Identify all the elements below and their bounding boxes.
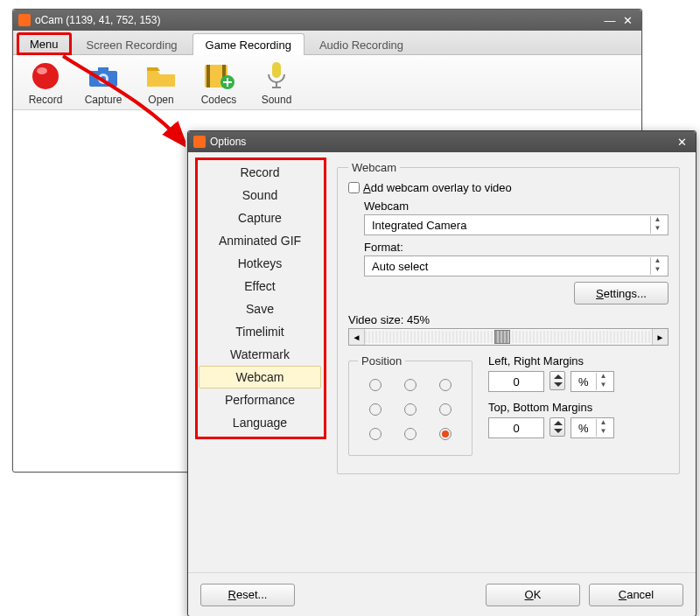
tab-game-recording[interactable]: Game Recording (192, 33, 304, 55)
cancel-button[interactable]: Cancel (589, 584, 683, 606)
reset-button[interactable]: Reset... (200, 584, 295, 606)
dialog-close-icon[interactable]: ✕ (673, 136, 690, 149)
slider-thumb[interactable] (494, 330, 510, 344)
top-bottom-stepper[interactable] (550, 417, 565, 437)
left-right-unit: % (578, 375, 589, 388)
position-radio-tc[interactable] (404, 379, 416, 391)
format-select-label: Format: (364, 241, 668, 254)
add-overlay-label: dd webcam overlay to video (371, 181, 512, 194)
position-group: Position (348, 354, 472, 456)
left-right-value: 0 (489, 375, 543, 388)
ok-button[interactable]: OK (486, 584, 580, 606)
position-radio-tr[interactable] (439, 379, 452, 391)
spinner-icon[interactable]: ▲▼ (596, 373, 610, 390)
tool-codecs-label: Codecs (193, 94, 244, 106)
spinner-icon[interactable]: ▲▼ (650, 216, 664, 234)
top-bottom-label: Top, Bottom Margins (488, 401, 668, 414)
sidebar-item-anminated-gif[interactable]: Anminated GIF (199, 229, 321, 252)
tool-sound[interactable]: Sound (251, 60, 302, 106)
codecs-icon (200, 60, 238, 92)
sidebar-item-webcam[interactable]: Webcam (199, 366, 321, 388)
svg-point-5 (101, 76, 106, 81)
dialog-footer: Reset... OK Cancel (188, 572, 696, 616)
webcam-select[interactable]: Integrated Camera ▲▼ (364, 214, 668, 235)
tool-record-label: Record (20, 94, 71, 106)
sidebar-item-record[interactable]: Record (199, 161, 321, 184)
webcam-legend: Webcam (348, 161, 400, 174)
record-icon (26, 60, 65, 92)
position-radio-mr[interactable] (439, 403, 452, 416)
tool-capture-label: Capture (78, 94, 129, 106)
slider-left-icon[interactable]: ◄ (349, 329, 365, 345)
webcam-select-value: Integrated Camera (372, 219, 466, 232)
spinner-icon[interactable]: ▲▼ (650, 257, 664, 275)
tool-sound-label: Sound (251, 94, 302, 106)
spinner-icon[interactable]: ▲▼ (596, 419, 610, 437)
left-right-input[interactable]: 0 (488, 371, 544, 392)
svg-rect-3 (98, 67, 108, 73)
sidebar-item-language[interactable]: Language (199, 411, 321, 434)
dialog-app-icon (193, 136, 206, 148)
top-bottom-value: 0 (489, 422, 543, 435)
left-right-label: Left, Right Margins (488, 354, 668, 368)
slider-track[interactable] (365, 331, 652, 343)
options-panel: Webcam Add webcam overlay to video Webca… (332, 152, 696, 572)
add-overlay-input[interactable] (348, 182, 360, 193)
sidebar-item-sound[interactable]: Sound (199, 184, 321, 206)
sidebar-item-watermark[interactable]: Watermark (199, 343, 321, 366)
microphone-icon (257, 60, 296, 92)
options-dialog: Options ✕ Record Sound Capture Anminated… (187, 130, 696, 616)
svg-rect-10 (272, 62, 281, 78)
tab-audio-recording[interactable]: Audio Recording (306, 33, 416, 55)
tool-codecs[interactable]: Codecs (193, 60, 244, 106)
position-radio-ml[interactable] (369, 403, 382, 416)
format-select[interactable]: Auto select ▲▼ (364, 256, 668, 276)
webcam-group: Webcam Add webcam overlay to video Webca… (337, 161, 680, 474)
top-bottom-unit: % (578, 422, 589, 435)
top-bottom-input[interactable]: 0 (488, 417, 544, 438)
sidebar-item-effect[interactable]: Effect (199, 275, 321, 298)
tool-record[interactable]: Record (20, 60, 71, 106)
options-sidebar: Record Sound Capture Anminated GIF Hotke… (188, 152, 332, 572)
main-tabbar: Menu Screen Recording Game Recording Aud… (13, 31, 641, 55)
main-title: oCam (1139, 41, 752, 153) (35, 14, 160, 26)
sidebar-item-hotkeys[interactable]: Hotkeys (199, 252, 321, 275)
position-radio-br[interactable] (439, 428, 452, 440)
tool-open-label: Open (136, 94, 186, 106)
tool-capture[interactable]: Capture (78, 60, 129, 106)
position-radio-bl[interactable] (369, 428, 382, 440)
position-radio-bc[interactable] (404, 428, 416, 440)
app-icon (18, 14, 31, 26)
sidebar-item-save[interactable]: Save (199, 298, 321, 320)
margins-group: Left, Right Margins 0 % ▲▼ Top, Bottom M… (488, 354, 668, 463)
svg-point-1 (37, 67, 47, 74)
top-bottom-unit-select[interactable]: % ▲▼ (570, 417, 614, 438)
position-radio-tl[interactable] (369, 379, 382, 391)
main-titlebar[interactable]: oCam (1139, 41, 752, 153) — ✕ (13, 10, 641, 31)
camera-icon (84, 60, 122, 92)
dialog-title: Options (210, 136, 246, 148)
position-legend: Position (358, 354, 405, 368)
tool-open[interactable]: Open (136, 60, 186, 106)
left-right-stepper[interactable] (550, 371, 565, 390)
webcam-select-label: Webcam (364, 200, 668, 213)
sidebar-item-capture[interactable]: Capture (199, 206, 321, 229)
video-size-slider[interactable]: ◄ ► (348, 328, 668, 346)
left-right-unit-select[interactable]: % ▲▼ (570, 371, 614, 392)
close-icon[interactable]: ✕ (619, 14, 636, 27)
svg-rect-7 (206, 65, 210, 88)
slider-right-icon[interactable]: ► (652, 329, 668, 345)
position-radio-mc[interactable] (404, 403, 416, 416)
format-select-value: Auto select (372, 260, 428, 273)
tab-screen-recording[interactable]: Screen Recording (74, 33, 191, 55)
sidebar-item-timelimit[interactable]: Timelimit (199, 320, 321, 343)
settings-button[interactable]: Settings... (574, 282, 668, 304)
sidebar-item-performance[interactable]: Performance (199, 388, 321, 411)
dialog-titlebar[interactable]: Options ✕ (188, 131, 696, 152)
minimize-icon[interactable]: — (601, 14, 619, 27)
folder-icon (142, 60, 180, 92)
tab-menu[interactable]: Menu (17, 32, 72, 55)
svg-point-0 (32, 63, 59, 89)
add-overlay-checkbox[interactable]: Add webcam overlay to video (348, 181, 668, 194)
main-toolbar: Record Capture Open Codecs Sound (13, 55, 641, 110)
